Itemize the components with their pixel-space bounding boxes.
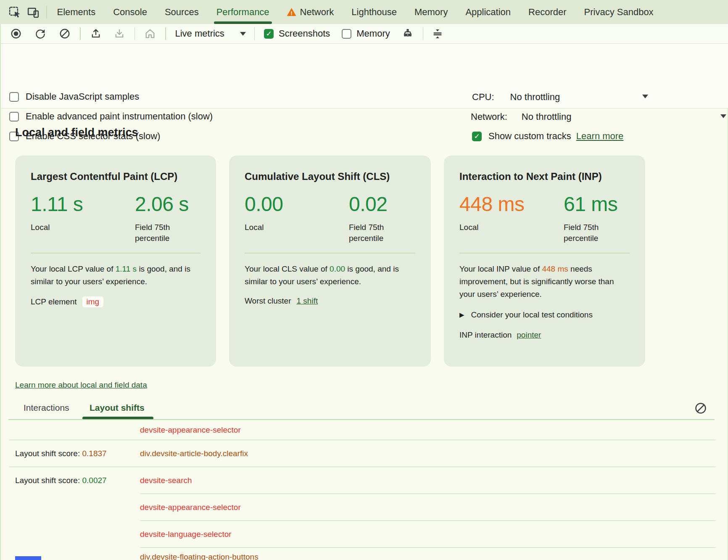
setting-checkbox-disable-javascript-samples[interactable]: Disable JavaScript samples <box>9 90 139 103</box>
devtools-performance-panel: ElementsConsoleSourcesPerformance!Networ… <box>0 0 728 560</box>
panel-mode-label: Live metrics <box>175 28 224 39</box>
memory-label: Memory <box>356 28 390 39</box>
reload-record-icon[interactable] <box>34 27 47 40</box>
layout-shift-row: devsite-appearance-selector <box>0 494 728 521</box>
local-field-data-learn-more-link[interactable]: Learn more about local and field data <box>15 380 147 390</box>
inp-card: Interaction to Next Paint (INP) 448 ms L… <box>444 156 645 367</box>
inspect-element-icon[interactable] <box>8 5 22 19</box>
setting-label: Enable advanced paint instrumentation (s… <box>26 111 213 122</box>
node-link[interactable]: div.devsite-article-body.clearfix <box>140 449 248 458</box>
tab-label: Elements <box>57 7 96 18</box>
custom-tracks-checkbox[interactable]: ✓ <box>472 132 482 141</box>
tab-interactions[interactable]: Interactions <box>24 403 69 413</box>
panel-mode-select[interactable]: Live metrics <box>175 28 246 39</box>
checkbox-unchecked-icon <box>9 112 19 122</box>
cpu-throttling-select[interactable]: No throttling <box>510 92 560 103</box>
tab-lighthouse[interactable]: Lighthouse <box>351 0 397 24</box>
card-divider <box>459 253 630 254</box>
tab-label: Sources <box>165 7 199 18</box>
node-link[interactable]: devsite-language-selector <box>140 530 232 539</box>
lcp-card: Largest Contentful Paint (LCP) 1.11 s Lo… <box>15 156 216 367</box>
lcp-element-node-link[interactable]: img <box>82 296 104 307</box>
lcp-element-label: LCP element <box>31 297 77 306</box>
layout-shift-row: Layout shift score: 0.1837div.devsite-ar… <box>0 440 728 467</box>
custom-tracks-label: Show custom tracks <box>488 131 571 142</box>
cls-field-value: 0.02 <box>349 193 415 216</box>
setting-checkbox-enable-advanced-paint-instrumentation-sl[interactable]: Enable advanced paint instrumentation (s… <box>9 110 213 123</box>
screenshots-label: Screenshots <box>279 28 330 39</box>
warning-icon: ! <box>287 8 296 16</box>
record-icon[interactable] <box>9 27 23 40</box>
node-link[interactable]: div.devsite-floating-action-buttons <box>140 552 258 560</box>
node-link[interactable]: devsite-appearance-selector <box>140 503 241 512</box>
checkbox-checked-icon: ✓ <box>264 29 274 39</box>
layout-shift-score-value: 0.0027 <box>82 476 106 485</box>
cls-field-label: Field 75th percentile <box>349 222 415 244</box>
inp-interaction-label: INP interaction <box>459 330 512 340</box>
cpu-throttling-row: CPU: No throttling <box>472 91 560 103</box>
collapse-panel-icon[interactable] <box>431 27 444 40</box>
inp-field-value: 61 ms <box>564 193 630 216</box>
card-divider <box>31 253 200 254</box>
layout-shift-row: Layout shift score: 0.0027devsite-search <box>0 467 728 494</box>
network-chevron-down-icon[interactable] <box>720 114 726 118</box>
download-profile-icon[interactable] <box>113 27 126 40</box>
disclosure-triangle-icon: ▶ <box>459 311 464 319</box>
inp-card-title: Interaction to Next Paint (INP) <box>459 171 630 182</box>
layout-shift-score-value: 0.1837 <box>82 449 106 458</box>
device-toolbar-icon[interactable] <box>26 5 40 19</box>
tab-privacy-sandbox[interactable]: Privacy Sandbox <box>584 0 654 24</box>
tab-label: Performance <box>216 7 269 18</box>
desc-text: Your local LCP value of <box>31 264 116 273</box>
tab-label: Console <box>113 7 147 18</box>
cpu-chevron-down-icon[interactable] <box>642 95 648 98</box>
card-divider <box>245 253 415 254</box>
node-link[interactable]: devsite-search <box>140 476 192 485</box>
layout-shift-row: devsite-appearance-selector <box>0 420 728 440</box>
page-title: Local and field metrics <box>15 126 138 139</box>
tab-recorder[interactable]: Recorder <box>528 0 566 24</box>
tab-console[interactable]: Console <box>113 0 147 24</box>
inp-interaction-link[interactable]: pointer <box>517 330 541 340</box>
inp-description: Your local INP value of 448 ms needs imp… <box>459 263 630 301</box>
cls-card: Cumulative Layout Shift (CLS) 0.00 Local… <box>229 156 431 367</box>
network-label: Network: <box>471 111 507 122</box>
tab-elements[interactable]: Elements <box>57 0 96 24</box>
network-throttling-select[interactable]: No throttling <box>522 111 572 122</box>
tab-layout-shifts[interactable]: Layout shifts <box>90 403 145 413</box>
tab-memory[interactable]: Memory <box>414 0 448 24</box>
memory-checkbox[interactable]: Memory <box>342 28 390 39</box>
layout-shift-row: div.devsite-floating-action-buttons <box>0 548 728 560</box>
lcp-description: Your local LCP value of 1.11 s is good, … <box>31 263 200 288</box>
garbage-collect-icon[interactable] <box>401 27 414 40</box>
home-icon[interactable] <box>143 27 157 40</box>
checkbox-unchecked-icon <box>342 29 351 39</box>
tab-application[interactable]: Application <box>465 0 511 24</box>
layout-shift-row: devsite-language-selector <box>0 521 728 548</box>
upload-profile-icon[interactable] <box>89 27 103 40</box>
tab-sources[interactable]: Sources <box>165 0 199 24</box>
checkbox-unchecked-icon <box>9 92 19 102</box>
tab-label: Lighthouse <box>351 7 397 18</box>
capture-settings: Disable JavaScript samplesEnable advance… <box>0 44 728 108</box>
cpu-label: CPU: <box>472 92 494 103</box>
chevron-down-icon <box>240 32 246 36</box>
log-rows: devsite-appearance-selectorLayout shift … <box>0 420 728 560</box>
screenshots-checkbox[interactable]: ✓ Screenshots <box>264 28 330 39</box>
cls-description: Your local CLS value of 0.00 is good, an… <box>245 263 415 288</box>
tab-label: Network <box>300 7 334 18</box>
tab-label: Application <box>465 7 511 18</box>
disclosure-label: Consider your local test conditions <box>471 310 593 320</box>
clear-log-icon[interactable] <box>694 402 707 415</box>
worst-cluster-link[interactable]: 1 shift <box>297 296 318 306</box>
node-link[interactable]: devsite-appearance-selector <box>140 425 241 435</box>
local-test-conditions-disclosure[interactable]: ▶ Consider your local test conditions <box>459 310 630 320</box>
tab-network[interactable]: !Network <box>287 0 334 24</box>
inp-field-label: Field 75th percentile <box>564 222 630 244</box>
custom-tracks-learn-more-link[interactable]: Learn more <box>576 131 624 142</box>
lcp-local-value: 1.11 s <box>31 193 132 216</box>
clear-icon[interactable] <box>58 27 71 40</box>
cls-local-label: Local <box>245 222 312 233</box>
toolbar-divider <box>135 27 135 40</box>
tab-performance[interactable]: Performance <box>216 0 269 24</box>
